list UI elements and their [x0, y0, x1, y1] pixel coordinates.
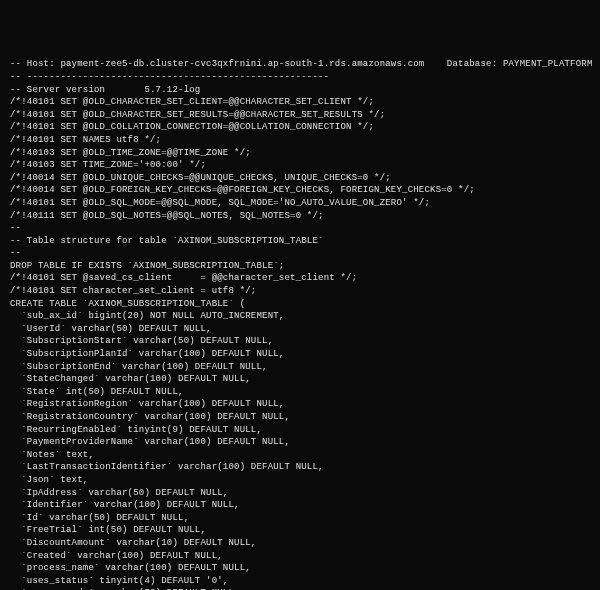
- code-line: DROP TABLE IF EXISTS `AXINOM_SUBSCRIPTIO…: [10, 260, 590, 273]
- code-line: /*!40101 SET @OLD_CHARACTER_SET_RESULTS=…: [10, 109, 590, 122]
- code-line: /*!40111 SET @OLD_SQL_NOTES=@@SQL_NOTES,…: [10, 210, 590, 223]
- code-line: `SubscriptionPlanId` varchar(100) DEFAUL…: [10, 348, 590, 361]
- code-line: /*!40101 SET @OLD_COLLATION_CONNECTION=@…: [10, 121, 590, 134]
- code-line: `Json` text,: [10, 474, 590, 487]
- code-line: /*!40101 SET @OLD_SQL_MODE=@@SQL_MODE, S…: [10, 197, 590, 210]
- code-line: /*!40101 SET NAMES utf8 */;: [10, 134, 590, 147]
- code-line: -- Server version 5.7.12-log: [10, 84, 590, 97]
- code-line: CREATE TABLE `AXINOM_SUBSCRIPTION_TABLE`…: [10, 298, 590, 311]
- code-line: `PaymentProviderName` varchar(100) DEFAU…: [10, 436, 590, 449]
- code-line: -- Table structure for table `AXINOM_SUB…: [10, 235, 590, 248]
- terminal-output: -- Host: payment-zee5-db.cluster-cvc3qxf…: [10, 58, 590, 590]
- code-line: `FreeTrial` int(50) DEFAULT NULL,: [10, 524, 590, 537]
- code-line: -- Host: payment-zee5-db.cluster-cvc3qxf…: [10, 58, 590, 71]
- code-line: /*!40101 SET @OLD_CHARACTER_SET_CLIENT=@…: [10, 96, 590, 109]
- code-line: --: [10, 222, 590, 235]
- code-line: /*!40101 SET @saved_cs_client = @@charac…: [10, 272, 590, 285]
- code-line: `SubscriptionEnd` varchar(100) DEFAULT N…: [10, 361, 590, 374]
- code-line: `Notes` text,: [10, 449, 590, 462]
- code-line: `StateChanged` varchar(100) DEFAULT NULL…: [10, 373, 590, 386]
- code-line: `State` int(50) DEFAULT NULL,: [10, 386, 590, 399]
- code-line: `SubscriptionStart` varchar(50) DEFAULT …: [10, 335, 590, 348]
- code-line: -- -------------------------------------…: [10, 71, 590, 84]
- code-line: `Id` varchar(50) DEFAULT NULL,: [10, 512, 590, 525]
- code-line: `Created` varchar(100) DEFAULT NULL,: [10, 550, 590, 563]
- code-line: `DiscountAmount` varchar(10) DEFAULT NUL…: [10, 537, 590, 550]
- code-line: `UserId` varchar(50) DEFAULT NULL,: [10, 323, 590, 336]
- code-line: `sub_ax_id` bigint(20) NOT NULL AUTO_INC…: [10, 310, 590, 323]
- code-line: `uses_status` tinyint(4) DEFAULT '0',: [10, 575, 590, 588]
- code-line: /*!40103 SET @OLD_TIME_ZONE=@@TIME_ZONE …: [10, 147, 590, 160]
- code-line: `LastTransactionIdentifier` varchar(100)…: [10, 461, 590, 474]
- code-line: `IpAddress` varchar(50) DEFAULT NULL,: [10, 487, 590, 500]
- code-line: /*!40101 SET character_set_client = utf8…: [10, 285, 590, 298]
- code-line: `Identifier` varchar(100) DEFAULT NULL,: [10, 499, 590, 512]
- code-line: `RegistrationCountry` varchar(100) DEFAU…: [10, 411, 590, 424]
- code-line: `process_name` varchar(100) DEFAULT NULL…: [10, 562, 590, 575]
- code-line: `RecurringEnabled` tinyint(9) DEFAULT NU…: [10, 424, 590, 437]
- code-line: /*!40014 SET @OLD_FOREIGN_KEY_CHECKS=@@F…: [10, 184, 590, 197]
- code-line: /*!40103 SET TIME_ZONE='+00:00' */;: [10, 159, 590, 172]
- code-line: /*!40014 SET @OLD_UNIQUE_CHECKS=@@UNIQUE…: [10, 172, 590, 185]
- code-line: `RegistrationRegion` varchar(100) DEFAUL…: [10, 398, 590, 411]
- code-line: --: [10, 247, 590, 260]
